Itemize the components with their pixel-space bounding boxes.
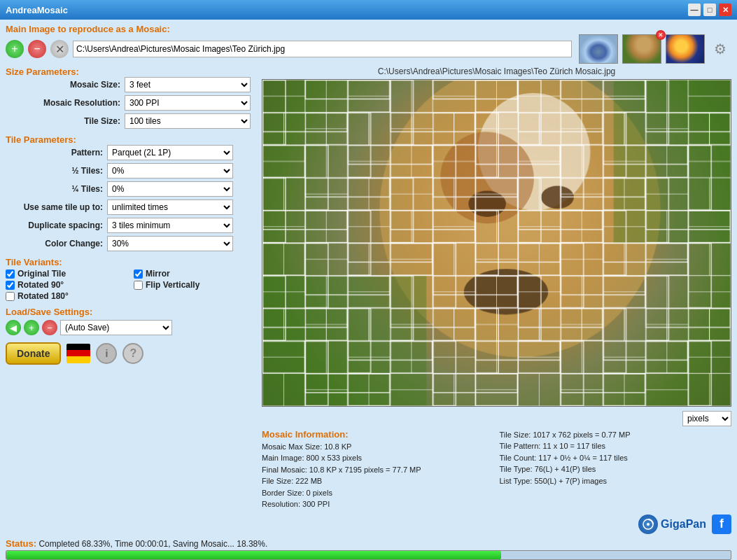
gigapan-icon: [638, 514, 658, 534]
pattern-select[interactable]: Parquet (2L 1P) Square Hexagonal: [107, 145, 233, 160]
same-tile-select[interactable]: unlimited times 1 time 2 times: [107, 200, 233, 215]
mirror-checkbox[interactable]: [134, 270, 143, 279]
load-save-label: Load/Save Settings:: [6, 307, 256, 317]
status-label: Status:: [6, 538, 36, 549]
mosaic-info-line: List Type: 550(L) + 7(P) images: [500, 475, 732, 487]
dolphin-thumbnail[interactable]: [579, 34, 618, 64]
mosaic-info-right: Tile Size: 1017 x 762 pixels = 0.77 MPTi…: [500, 429, 732, 510]
title-bar: AndreaMosaic — □ ✕: [0, 0, 737, 20]
original-tile-label: Original Tile: [17, 269, 66, 279]
mosaic-resolution-label: Mosaic Resolution:: [6, 98, 125, 108]
load-save-controls: ◀ + − (Auto Save) Manual Save: [6, 320, 256, 335]
quarter-tiles-label: ¼ Tiles:: [6, 184, 107, 194]
left-panel: Size Parameters: Mosaic Size: 3 feet 4 f…: [6, 66, 256, 534]
color-change-select[interactable]: 30% 10% 20% 40%: [107, 236, 233, 251]
mosaic-info-line: Main Image: 800 x 533 pixels: [262, 452, 494, 464]
remove-image-button[interactable]: −: [28, 40, 46, 58]
donate-button[interactable]: Donate: [6, 342, 61, 365]
mosaic-filename: C:\Users\Andrea\Pictures\Mosaic Images\T…: [262, 66, 731, 76]
rotated-90-option[interactable]: Rotated 90°: [6, 280, 128, 290]
painting-thumbnail[interactable]: [666, 34, 705, 64]
main-container: Main Image to reproduce as a Mosaic: + −…: [0, 20, 737, 560]
rotated-90-label: Rotated 90°: [17, 280, 64, 290]
settings-icon[interactable]: ⚙: [709, 38, 731, 60]
mirror-label: Mirror: [146, 269, 170, 279]
tile-variants-section: Tile Variants: Original Tile Mirror Rota…: [6, 257, 256, 301]
mosaic-canvas: [262, 80, 731, 406]
quarter-tiles-select[interactable]: 0% 10% 20%: [107, 181, 233, 197]
pattern-label: Pattern:: [6, 148, 107, 158]
minimize-button[interactable]: —: [688, 4, 701, 16]
size-params-label: Size Parameters:: [6, 66, 256, 77]
autosave-select[interactable]: (Auto Save) Manual Save: [60, 320, 172, 335]
mirror-option[interactable]: Mirror: [134, 269, 256, 279]
mosaic-info-line: Mosaic Max Size: 10.8 KP: [262, 441, 494, 453]
original-tile-checkbox[interactable]: [6, 270, 15, 279]
dolphin-thumbnail-container: [579, 34, 618, 64]
tile-size-select[interactable]: 100 tiles 200 tiles 50 tiles: [125, 113, 251, 129]
flip-vertically-label: Flip Vertically: [146, 280, 199, 290]
dup-spacing-select[interactable]: 3 tiles minimum 5 tiles minimum 10 tiles…: [107, 218, 233, 233]
flip-vertically-checkbox[interactable]: [134, 281, 143, 290]
half-tiles-label: ½ Tiles:: [6, 166, 107, 176]
tile-params-label: Tile Parameters:: [6, 134, 256, 145]
content-area: Size Parameters: Mosaic Size: 3 feet 4 f…: [6, 66, 731, 534]
progress-bar-fill: [6, 551, 501, 559]
facebook-icon[interactable]: f: [712, 514, 731, 534]
delete-save-button[interactable]: −: [42, 320, 57, 335]
dup-spacing-label: Duplicate spacing:: [6, 220, 107, 230]
half-tiles-select[interactable]: 0% 10% 20%: [107, 163, 233, 178]
rotated-180-option[interactable]: Rotated 180°: [6, 291, 128, 301]
gigapan-logo[interactable]: GigaPan: [638, 514, 706, 534]
info-button[interactable]: i: [96, 343, 117, 364]
german-flag-icon[interactable]: [66, 344, 90, 363]
gigapan-text: GigaPan: [661, 518, 706, 531]
info-bar-right: pixels inches cm: [262, 411, 731, 426]
load-save-section: Load/Save Settings: ◀ + − (Auto Save) Ma…: [6, 307, 256, 335]
help-icon: ?: [130, 347, 137, 360]
mosaic-resolution-row: Mosaic Resolution: 300 PPI 150 PPI 72 PP…: [6, 95, 256, 111]
mosaic-size-select[interactable]: 3 feet 4 feet 5 feet: [125, 77, 251, 92]
help-button[interactable]: ?: [122, 343, 143, 364]
remove-dog-thumbnail-button[interactable]: ✕: [656, 30, 666, 40]
mosaic-resolution-select[interactable]: 300 PPI 150 PPI 72 PPI: [125, 95, 251, 111]
mosaic-info-title: Mosaic Information:: [262, 429, 494, 440]
half-tiles-row: ½ Tiles: 0% 10% 20%: [6, 163, 256, 178]
close-button[interactable]: ✕: [719, 4, 731, 16]
mosaic-preview: [262, 79, 731, 407]
mosaic-info-line: Final Mosaic: 10.8 KP x 7195 pixels = 77…: [262, 464, 494, 476]
load-prev-button[interactable]: ◀: [6, 320, 21, 335]
tile-variants-label: Tile Variants:: [6, 257, 256, 267]
mosaic-info-line: Tile Pattern: 11 x 10 = 117 tiles: [500, 440, 732, 452]
maximize-button[interactable]: □: [703, 4, 716, 16]
original-tile-option[interactable]: Original Tile: [6, 269, 128, 279]
rotated-180-checkbox[interactable]: [6, 292, 15, 301]
bottom-buttons: Donate i ?: [6, 342, 256, 365]
mosaic-size-row: Mosaic Size: 3 feet 4 feet 5 feet: [6, 77, 256, 92]
cancel-button[interactable]: ✕: [50, 40, 69, 58]
window-controls: — □ ✕: [688, 4, 731, 16]
mosaic-size-label: Mosaic Size:: [6, 80, 125, 90]
svg-point-1: [647, 523, 650, 526]
color-change-row: Color Change: 30% 10% 20% 40%: [6, 236, 256, 251]
preview-thumbnails: ✕ ⚙: [579, 34, 731, 64]
mosaic-info-line: File Size: 222 MB: [262, 475, 494, 487]
mosaic-info-line: Tile Type: 76(L) + 41(P) tiles: [500, 463, 732, 475]
flip-vertically-option[interactable]: Flip Vertically: [134, 280, 256, 290]
pattern-row: Pattern: Parquet (2L 1P) Square Hexagona…: [6, 145, 256, 160]
units-select[interactable]: pixels inches cm: [682, 411, 731, 426]
gigapan-bar: GigaPan f: [262, 514, 731, 534]
tile-size-row: Tile Size: 100 tiles 200 tiles 50 tiles: [6, 113, 256, 129]
file-path-input[interactable]: [73, 41, 572, 57]
rotated-90-checkbox[interactable]: [6, 281, 15, 290]
window-title: AndreaMosaic: [6, 5, 68, 15]
dup-spacing-row: Duplicate spacing: 3 tiles minimum 5 til…: [6, 218, 256, 233]
status-section: Status: Completed 68.33%, Time 00:00:01,…: [6, 537, 731, 560]
main-image-label: Main Image to reproduce as a Mosaic:: [6, 24, 731, 34]
dog-thumbnail[interactable]: [622, 34, 661, 64]
top-toolbar: + − ✕ ✕ ⚙: [6, 34, 731, 64]
save-button[interactable]: +: [24, 320, 39, 335]
mosaic-info-left-lines: Mosaic Max Size: 10.8 KPMain Image: 800 …: [262, 441, 494, 510]
add-image-button[interactable]: +: [6, 40, 24, 58]
color-change-label: Color Change:: [6, 239, 107, 248]
